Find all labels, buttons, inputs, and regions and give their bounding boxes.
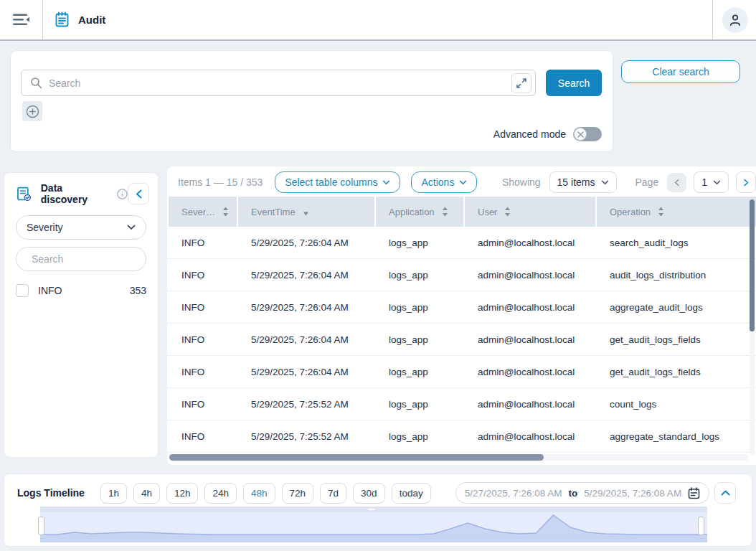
sort-icon: [442, 207, 448, 217]
column-header-user[interactable]: User: [465, 197, 595, 227]
sidebar-toggle-button[interactable]: [11, 9, 32, 31]
cell-eventtime: 5/29/2025, 7:26:04 AM: [238, 356, 374, 387]
column-header-operation[interactable]: Operation: [597, 197, 756, 227]
advanced-mode-toggle[interactable]: [573, 127, 602, 141]
add-filter-button[interactable]: [22, 101, 42, 121]
cell-application: logs_app: [376, 227, 463, 258]
cell-eventtime: 5/29/2025, 7:26:04 AM: [238, 324, 374, 355]
column-header-eventtime[interactable]: EventTime: [238, 197, 374, 227]
time-range-buttons: 1h 4h 12h 24h 48h 72h 7d 30d today: [100, 483, 431, 504]
range-button-48h[interactable]: 48h: [243, 483, 275, 504]
facet-search-input[interactable]: [32, 253, 161, 265]
cell-severity: INFO: [169, 356, 237, 387]
toggle-off-knob: [574, 128, 587, 141]
chevron-up-icon: [721, 490, 730, 496]
collapse-timeline-button[interactable]: [714, 482, 736, 504]
date-range-picker[interactable]: 5/27/2025, 7:26:08 AM to 5/29/2025, 7:26…: [455, 482, 709, 504]
facet-label: INFO: [38, 285, 62, 296]
cell-application: logs_app: [376, 420, 463, 452]
collapse-panel-button[interactable]: [128, 183, 149, 204]
sort-icon: [222, 207, 229, 217]
next-page-button[interactable]: [736, 171, 756, 193]
date-to-value: 5/29/2025, 7:26:08 AM: [584, 488, 681, 499]
cell-user: admin@localhost.local: [465, 324, 595, 355]
facet-search-wrap: [16, 247, 146, 271]
advanced-mode-label: Advanced mode: [493, 128, 566, 140]
cell-eventtime: 5/29/2025, 7:26:04 AM: [238, 291, 374, 323]
page-title: Audit: [78, 14, 105, 26]
page-label: Page: [635, 176, 659, 188]
baseline-band: [40, 535, 707, 542]
user-icon: [728, 13, 742, 27]
range-button-7d[interactable]: 7d: [320, 483, 346, 504]
showing-label: Showing: [502, 176, 541, 188]
previous-page-button[interactable]: [667, 173, 686, 192]
table-row[interactable]: INFO 5/29/2025, 7:26:04 AM logs_app admi…: [167, 227, 756, 259]
search-input-wrap: [21, 70, 536, 96]
data-discovery-title: Data discovery: [41, 182, 112, 205]
page-number-select[interactable]: 1: [694, 171, 729, 193]
chevron-down-icon: [459, 180, 467, 185]
column-header-severity[interactable]: Sever…: [169, 197, 237, 227]
date-to-label: to: [569, 488, 578, 499]
horizontal-scrollbar-thumb[interactable]: [169, 454, 544, 461]
search-input[interactable]: [49, 77, 511, 89]
chevron-down-icon: [127, 225, 136, 230]
cell-user: admin@localhost.local: [465, 388, 595, 420]
cell-eventtime: 5/29/2025, 7:26:04 AM: [238, 227, 374, 258]
table-row[interactable]: INFO 5/29/2025, 7:26:04 AM logs_app admi…: [167, 259, 756, 291]
vertical-scrollbar[interactable]: [750, 199, 755, 455]
field-select[interactable]: Severity: [16, 215, 146, 240]
table-toolbar: Items 1 — 15 / 353 Select table columns …: [167, 166, 756, 194]
horizontal-scrollbar[interactable]: [169, 454, 749, 461]
select-table-columns-button[interactable]: Select table columns: [275, 171, 400, 193]
sort-icon: [504, 207, 511, 217]
table-row[interactable]: INFO 5/29/2025, 7:25:52 AM logs_app admi…: [167, 388, 756, 420]
page-size-select[interactable]: 15 items: [549, 171, 617, 193]
search-panel: Search Advanced mode: [10, 50, 613, 152]
toggle-x-icon: [577, 131, 584, 138]
cell-user: admin@localhost.local: [465, 227, 595, 258]
table-row[interactable]: INFO 5/29/2025, 7:25:52 AM logs_app admi…: [167, 420, 756, 453]
range-button-72h[interactable]: 72h: [282, 483, 314, 504]
chevron-left-icon: [136, 189, 142, 199]
calendar-icon: [688, 487, 700, 499]
range-button-24h[interactable]: 24h: [204, 483, 237, 504]
brush-handle-left[interactable]: [38, 517, 44, 535]
table-row[interactable]: INFO 5/29/2025, 7:26:04 AM logs_app admi…: [167, 291, 756, 324]
cell-eventtime: 5/29/2025, 7:25:52 AM: [238, 388, 374, 420]
user-menu-button[interactable]: [722, 7, 748, 33]
range-button-4h[interactable]: 4h: [133, 483, 160, 504]
vertical-scrollbar-thumb[interactable]: [750, 199, 755, 331]
search-button[interactable]: Search: [546, 70, 602, 96]
expand-search-button[interactable]: [511, 73, 531, 93]
cell-operation: search_audit_logs: [597, 227, 756, 258]
range-button-today[interactable]: today: [392, 483, 431, 504]
items-summary: Items 1 — 15 / 353: [178, 176, 263, 188]
facet-count: 353: [130, 285, 146, 296]
info-icon[interactable]: [117, 189, 128, 199]
table-row[interactable]: INFO 5/29/2025, 7:26:04 AM logs_app admi…: [167, 324, 756, 356]
cell-application: logs_app: [376, 388, 463, 420]
cell-user: admin@localhost.local: [465, 291, 595, 323]
facet-checkbox[interactable]: [16, 284, 29, 297]
range-button-12h[interactable]: 12h: [166, 483, 199, 504]
clear-search-button[interactable]: Clear search: [621, 60, 740, 83]
top-bar: Audit: [0, 0, 756, 41]
date-from-value: 5/27/2025, 7:26:08 AM: [465, 488, 562, 499]
column-header-application[interactable]: Application: [376, 197, 463, 227]
range-button-1h[interactable]: 1h: [100, 483, 127, 504]
brush-handle-right[interactable]: [698, 517, 704, 535]
cell-severity: INFO: [169, 388, 237, 420]
range-button-30d[interactable]: 30d: [353, 483, 385, 504]
table-row[interactable]: INFO 5/29/2025, 7:26:04 AM logs_app admi…: [167, 356, 756, 388]
sort-desc-icon: [303, 212, 309, 216]
data-discovery-icon: [16, 186, 32, 202]
cell-operation: count_logs: [597, 388, 756, 420]
data-discovery-panel: Data discovery Severity INFO 353: [4, 172, 159, 458]
chevron-down-icon: [713, 180, 721, 185]
timeline-brush-chart: [40, 507, 707, 542]
actions-button[interactable]: Actions: [411, 171, 477, 193]
cell-user: admin@localhost.local: [465, 259, 595, 291]
timeline-chart[interactable]: [40, 507, 707, 542]
